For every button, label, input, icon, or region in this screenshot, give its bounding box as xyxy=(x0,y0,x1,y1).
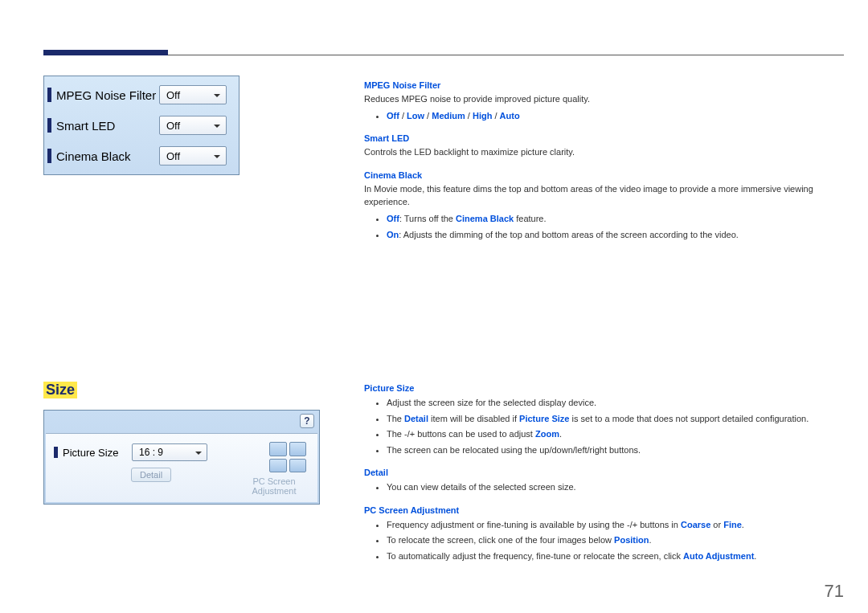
text: Frequency adjustment or fine-tuning is a… xyxy=(387,520,681,529)
text: Adjustment xyxy=(252,486,296,496)
text-cinema-black-desc: In Movie mode, this feature dims the top… xyxy=(364,183,844,209)
list-item: The Detail item will be disabled if Pict… xyxy=(387,412,844,426)
text: PC Screen xyxy=(252,476,295,486)
heading-picture-size: Picture Size xyxy=(364,383,844,393)
dropdown-value: 16 : 9 xyxy=(139,447,163,458)
description-column-lower: Picture Size Adjust the screen size for … xyxy=(364,383,844,574)
pc-screen-adjustment-label: PC Screen Adjustment xyxy=(242,476,306,496)
detail-button[interactable]: Detail xyxy=(131,468,171,482)
sep: / xyxy=(399,111,407,121)
chevron-down-icon xyxy=(194,449,203,457)
row-marker-icon xyxy=(47,118,51,133)
dropdown-cinema-black[interactable]: Off xyxy=(159,146,227,166)
dropdown-smart-led[interactable]: Off xyxy=(159,116,227,135)
row-mpeg-noise-filter: MPEG Noise Filter Off xyxy=(47,80,235,110)
chevron-down-icon xyxy=(213,92,221,100)
row-marker-icon xyxy=(47,88,51,102)
text: . xyxy=(559,429,562,439)
option-high: High xyxy=(473,111,492,121)
dropdown-value: Off xyxy=(166,150,180,162)
option-on: On xyxy=(387,230,399,239)
keyword-picture-size: Picture Size xyxy=(519,414,569,423)
list-item: Off / Low / Medium / High / Auto xyxy=(387,109,844,123)
sep: / xyxy=(424,111,432,121)
text: : Adjusts the dimming of the top and bot… xyxy=(399,230,739,239)
list-item: Adjust the screen size for the selected … xyxy=(387,396,844,410)
list-item: Off: Turns off the Cinema Black feature. xyxy=(387,212,844,226)
heading-cinema-black: Cinema Black xyxy=(364,170,844,180)
row-smart-led: Smart LED Off xyxy=(47,110,235,141)
text: . xyxy=(649,535,652,545)
position-grid-icon[interactable] xyxy=(269,442,306,472)
row-label: Picture Size xyxy=(63,447,132,459)
heading-mpeg-noise-filter: MPEG Noise Filter xyxy=(364,80,844,90)
row-marker-icon xyxy=(54,447,58,458)
keyword-fine: Fine xyxy=(723,520,742,529)
row-cinema-black: Cinema Black Off xyxy=(47,141,235,171)
chevron-down-icon xyxy=(213,122,221,130)
settings-panel-size: ? Picture Size 16 : 9 Detail PC Screen A… xyxy=(43,410,320,505)
heading-smart-led: Smart LED xyxy=(364,133,844,143)
option-low: Low xyxy=(407,111,424,121)
dropdown-mpeg-noise[interactable]: Off xyxy=(159,85,227,104)
sep: / xyxy=(492,111,499,121)
text: To automatically adjust the frequency, f… xyxy=(387,551,683,561)
text: is set to a mode that does not support d… xyxy=(569,414,809,423)
text: To relocate the screen, click one of the… xyxy=(387,535,614,545)
text: or xyxy=(710,520,723,529)
text-smart-led-desc: Controls the LED backlight to maximize p… xyxy=(364,146,844,159)
option-off: Off xyxy=(387,214,399,223)
row-marker-icon xyxy=(47,149,51,163)
text: The xyxy=(387,414,404,423)
settings-panel-noise: MPEG Noise Filter Off Smart LED Off Cine… xyxy=(43,76,240,175)
text: . xyxy=(754,551,756,561)
text-mpeg-desc: Reduces MPEG noise to provide improved p… xyxy=(364,93,844,106)
list-item: The screen can be relocated using the up… xyxy=(387,443,844,457)
keyword-coarse: Coarse xyxy=(681,520,710,529)
dropdown-value: Off xyxy=(166,120,180,132)
description-column-upper: MPEG Noise Filter Reduces MPEG noise to … xyxy=(364,80,844,252)
row-label: MPEG Noise Filter xyxy=(56,88,159,102)
dropdown-picture-size[interactable]: 16 : 9 xyxy=(132,443,207,461)
panel-inner: Picture Size 16 : 9 Detail PC Screen Adj… xyxy=(46,433,317,502)
text: : Turns off the xyxy=(399,214,456,223)
option-off: Off xyxy=(387,111,399,121)
text: feature. xyxy=(514,214,546,223)
feature-name: Cinema Black xyxy=(456,214,514,223)
keyword-zoom: Zoom xyxy=(535,429,559,439)
heading-detail: Detail xyxy=(364,468,844,477)
option-medium: Medium xyxy=(432,111,465,121)
list-item: To relocate the screen, click one of the… xyxy=(387,533,844,547)
list-item: Frequency adjustment or fine-tuning is a… xyxy=(387,518,844,532)
row-label: Smart LED xyxy=(56,119,159,133)
list-item: You can view details of the selected scr… xyxy=(387,480,844,494)
text: item will be disabled if xyxy=(428,414,519,423)
section-heading-size: Size xyxy=(43,382,77,398)
list-item: The -/+ buttons can be used to adjust Zo… xyxy=(387,427,844,441)
text: . xyxy=(742,520,744,529)
header-accent-bar xyxy=(43,50,168,55)
keyword-detail: Detail xyxy=(404,414,428,423)
list-item: On: Adjusts the dimming of the top and b… xyxy=(387,228,844,242)
page-number: 71 xyxy=(825,581,844,602)
row-label: Cinema Black xyxy=(56,149,159,163)
text: The -/+ buttons can be used to adjust xyxy=(387,429,535,439)
sep: / xyxy=(465,111,473,121)
heading-pc-screen-adjustment: PC Screen Adjustment xyxy=(364,505,844,515)
list-item: To automatically adjust the frequency, f… xyxy=(387,550,844,563)
help-button[interactable]: ? xyxy=(300,414,314,428)
option-auto: Auto xyxy=(500,111,520,121)
dropdown-value: Off xyxy=(166,89,180,101)
chevron-down-icon xyxy=(213,153,221,161)
keyword-auto-adjustment: Auto Adjustment xyxy=(683,551,754,561)
keyword-position: Position xyxy=(614,535,649,545)
